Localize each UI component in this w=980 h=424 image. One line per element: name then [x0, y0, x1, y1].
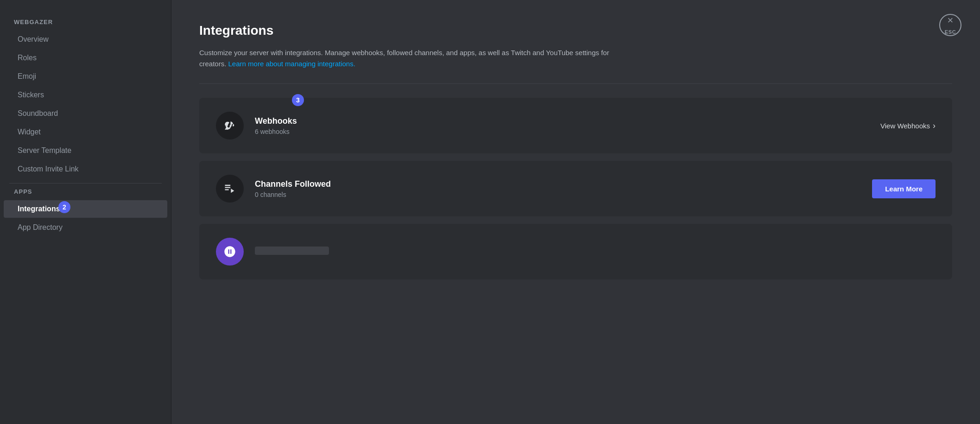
server-name-label: WEBGAZER [0, 19, 171, 30]
chevron-right-icon: › [933, 121, 936, 131]
channels-followed-info: Channels Followed 0 channels [255, 179, 861, 198]
sidebar-item-roles[interactable]: Roles [4, 49, 167, 67]
third-card-title [255, 247, 329, 255]
third-integration-card [199, 224, 952, 279]
channels-followed-subtitle: 0 channels [255, 191, 861, 198]
description-link[interactable]: Learn more about managing integrations. [228, 60, 355, 68]
sidebar-item-app-directory[interactable]: App Directory [4, 219, 167, 236]
sidebar-item-emoji[interactable]: Emoji [4, 68, 167, 85]
page-title: Integrations [199, 23, 952, 38]
sidebar-item-overview[interactable]: Overview [4, 31, 167, 48]
sidebar-item-widget[interactable]: Widget [4, 123, 167, 141]
webhooks-icon [216, 112, 244, 139]
close-button[interactable]: × ESC [939, 14, 961, 36]
view-webhooks-link[interactable]: View Webhooks › [880, 121, 936, 131]
sidebar-divider [9, 183, 162, 184]
webhooks-title: Webhooks [255, 116, 869, 126]
esc-label: ESC [945, 29, 956, 35]
third-card-info [255, 247, 936, 257]
sidebar-item-soundboard[interactable]: Soundboard [4, 105, 167, 122]
integrations-badge: 2 [58, 201, 70, 213]
close-icon: × [948, 15, 954, 25]
channels-followed-card: Channels Followed 0 channels Learn More [199, 161, 952, 216]
webhooks-card: 3 Webhooks 6 webhooks View Webhooks › [199, 98, 952, 153]
channels-followed-title: Channels Followed [255, 179, 861, 189]
webhooks-badge: 3 [292, 94, 304, 106]
section-divider [199, 83, 952, 84]
apps-section-label: APPS [0, 188, 171, 200]
learn-more-button[interactable]: Learn More [872, 179, 936, 198]
sidebar: WEBGAZER Overview Roles Emoji Stickers S… [0, 0, 171, 424]
channels-followed-icon [216, 175, 244, 203]
sidebar-item-stickers[interactable]: Stickers [4, 86, 167, 104]
sidebar-item-integrations[interactable]: Integrations 2 [4, 200, 167, 218]
webhooks-subtitle: 6 webhooks [255, 128, 869, 135]
third-card-icon [216, 238, 244, 266]
description-text: Customize your server with integrations.… [199, 47, 616, 70]
main-content: × ESC Integrations Customize your server… [171, 0, 980, 424]
webhooks-info: Webhooks 6 webhooks [255, 116, 869, 135]
sidebar-item-custom-invite-link[interactable]: Custom Invite Link [4, 160, 167, 178]
sidebar-item-server-template[interactable]: Server Template [4, 142, 167, 159]
